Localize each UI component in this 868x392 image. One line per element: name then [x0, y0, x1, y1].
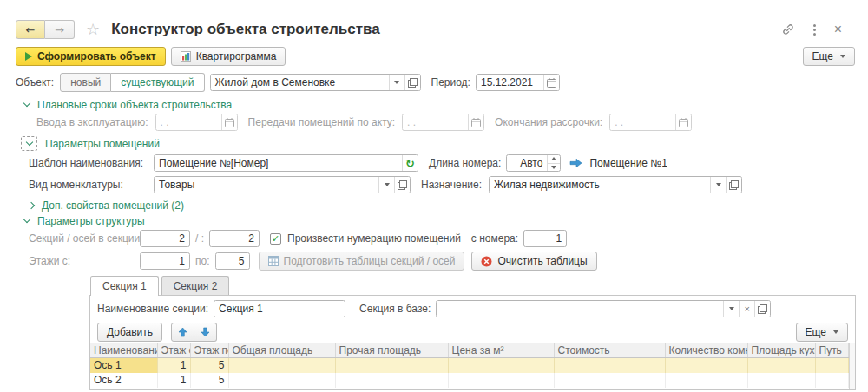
red-clear-icon — [481, 256, 492, 267]
axes-count-input[interactable]: 2 — [209, 230, 260, 247]
object-type-toggle-new[interactable]: новый — [60, 73, 111, 92]
col-floor-from[interactable]: Этаж с — [157, 343, 190, 358]
commissioning-date-input[interactable]: . . — [155, 114, 238, 131]
total-area-cell[interactable] — [228, 358, 335, 373]
floor-to-cell[interactable]: 5 — [190, 358, 228, 373]
more-button-grid[interactable]: Еще — [796, 323, 848, 342]
favorite-star-icon[interactable]: ☆ — [86, 22, 100, 37]
section-panel: Наименование секции: Секция 1 Секция в б… — [89, 295, 856, 390]
axis-name-cell[interactable]: Ось 2 — [90, 373, 157, 388]
floor-from-value: 1 — [141, 253, 189, 269]
rooms-cell[interactable] — [665, 373, 747, 388]
kitchen-cell[interactable] — [747, 373, 815, 388]
period-label: Период: — [431, 76, 470, 88]
section-header-structure[interactable]: Параметры структуры — [24, 215, 868, 226]
table-grid-icon — [268, 256, 279, 266]
col-floor-to[interactable]: Этаж по — [190, 343, 228, 358]
nomenclature-combobox[interactable]: Товары — [154, 176, 411, 193]
col-cost[interactable]: Стоимость — [554, 343, 665, 358]
move-down-button[interactable] — [194, 323, 217, 342]
price-cell[interactable] — [448, 373, 554, 388]
collapse-focus-box[interactable] — [21, 136, 37, 151]
move-up-button[interactable] — [171, 323, 194, 342]
price-cell[interactable] — [448, 358, 554, 373]
floor-from-cell[interactable]: 1 — [157, 373, 190, 388]
start-number-input[interactable]: 1 — [523, 230, 567, 247]
choose-from-list-icon[interactable] — [726, 177, 741, 193]
add-row-button[interactable]: Добавить — [97, 323, 162, 342]
clear-tables-button[interactable]: Очистить таблицы — [471, 252, 596, 271]
name-template-input[interactable]: Помещение №[Номер] ↻ — [154, 154, 418, 172]
back-button[interactable]: ← — [16, 20, 45, 39]
cost-cell[interactable] — [554, 358, 665, 373]
floor-to-cell[interactable]: 5 — [190, 373, 228, 388]
spin-up-icon[interactable] — [548, 155, 560, 163]
cost-cell[interactable] — [554, 373, 665, 388]
other-area-cell[interactable] — [335, 358, 448, 373]
dropdown-arrow-icon[interactable] — [378, 177, 394, 193]
col-total-area[interactable]: Общая площадь — [228, 343, 335, 358]
window-controls: × — [781, 23, 842, 37]
rooms-cell[interactable] — [665, 358, 747, 373]
spin-buttons — [547, 155, 560, 171]
col-rooms-count[interactable]: Количество комнат — [665, 343, 747, 358]
generate-object-button[interactable]: Сформировать объект — [16, 47, 166, 66]
path-cell[interactable] — [815, 358, 849, 373]
section-base-combobox[interactable]: × — [436, 300, 771, 317]
choose-from-list-icon[interactable] — [404, 75, 420, 90]
numbering-checkbox[interactable]: ✓ — [270, 233, 281, 245]
calendar-icon[interactable] — [468, 114, 483, 130]
purpose-combobox[interactable]: Жилая недвижимость — [489, 176, 742, 193]
section-name-input[interactable]: Секция 1 — [214, 300, 345, 317]
col-price-per-m2[interactable]: Цена за м² — [448, 343, 554, 358]
forward-button[interactable]: → — [45, 20, 75, 39]
table-row[interactable]: Ось 1 1 5 — [90, 358, 849, 373]
dropdown-arrow-icon[interactable] — [723, 301, 739, 317]
tab-section-2[interactable]: Секция 2 — [161, 276, 230, 295]
vertical-scrollbar[interactable] — [849, 343, 855, 389]
extra-properties-link[interactable]: Доп. свойства помещений (2) — [42, 199, 184, 212]
col-other-area[interactable]: Прочая площадь — [335, 343, 448, 358]
menu-kebab-icon[interactable] — [812, 23, 818, 37]
axes-table[interactable]: Наименование оси Этаж с Этаж по Общая пл… — [90, 343, 849, 388]
close-icon[interactable]: × — [834, 23, 842, 36]
installment-date-input[interactable]: . . — [609, 114, 692, 131]
dropdown-arrow-icon[interactable] — [710, 177, 726, 193]
table-row[interactable]: Ось 2 1 5 — [90, 373, 849, 388]
choose-from-list-icon[interactable] — [394, 177, 410, 193]
col-path[interactable]: Путь — [815, 343, 849, 358]
dropdown-arrow-icon[interactable] — [389, 75, 404, 90]
other-area-cell[interactable] — [335, 373, 448, 388]
floor-from-input[interactable]: 1 — [140, 252, 190, 270]
calendar-icon[interactable] — [221, 114, 237, 130]
prepare-tables-button[interactable]: Подготовить таблицы секций / осей — [259, 252, 465, 271]
floor-to-input[interactable]: 5 — [215, 252, 250, 270]
period-date-input[interactable]: 15.12.2021 — [476, 74, 560, 91]
object-type-toggle-existing[interactable]: существующий — [111, 73, 204, 92]
floor-from-cell[interactable]: 1 — [157, 358, 190, 373]
calendar-icon[interactable] — [543, 75, 559, 90]
link-icon[interactable] — [781, 23, 795, 36]
clear-x-icon[interactable]: × — [739, 301, 754, 317]
kitchen-cell[interactable] — [747, 358, 815, 373]
more-button-top[interactable]: Еще — [803, 47, 855, 66]
sections-count-label: Секций / осей в секции: — [29, 232, 140, 245]
col-kitchen-area[interactable]: Площадь кухни — [747, 343, 815, 358]
section-header-premises[interactable]: Параметры помещений — [21, 136, 868, 151]
spin-down-icon[interactable] — [548, 163, 560, 172]
choose-from-list-icon[interactable] — [754, 301, 770, 317]
path-cell[interactable] — [815, 373, 849, 388]
sections-count-input[interactable]: 2 — [140, 230, 190, 247]
refresh-icon[interactable]: ↻ — [402, 155, 418, 171]
kvartirogramma-button[interactable]: Квартирограмма — [171, 47, 286, 66]
number-length-stepper[interactable]: Авто — [506, 154, 561, 172]
section-header-planned-dates[interactable]: Плановые сроки объекта строительства — [24, 99, 868, 110]
object-name-combobox[interactable]: Жилой дом в Семеновке — [210, 74, 421, 91]
handover-date-input[interactable]: . . — [402, 114, 484, 131]
col-axis-name[interactable]: Наименование оси — [90, 343, 157, 358]
calendar-icon[interactable] — [675, 114, 691, 130]
object-type-toggle: новый существующий — [60, 73, 204, 92]
axis-name-cell[interactable]: Ось 1 — [90, 358, 157, 373]
tab-section-1[interactable]: Секция 1 — [90, 276, 159, 296]
total-area-cell[interactable] — [228, 373, 335, 388]
